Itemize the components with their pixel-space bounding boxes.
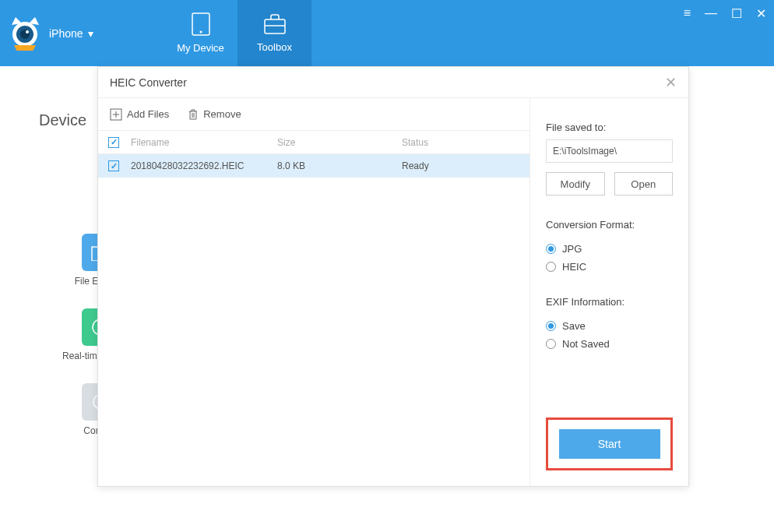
modal-header: HEIC Converter ✕ — [98, 67, 688, 98]
chevron-down-icon: ▾ — [88, 27, 93, 40]
tab-label: My Device — [177, 42, 224, 54]
window-controls: ≡ — ☐ ✕ — [684, 6, 766, 21]
radio-icon — [546, 321, 556, 331]
app-logo-icon — [8, 16, 43, 51]
tablet-icon — [190, 12, 212, 36]
logo-area: iPhone ▾ — [0, 0, 164, 66]
row-checkbox[interactable] — [108, 160, 119, 171]
minimize-icon[interactable]: — — [705, 6, 717, 21]
modal-body: Add Files Remove Filename Size Status 20… — [98, 98, 688, 486]
menu-icon[interactable]: ≡ — [684, 6, 691, 21]
close-icon[interactable]: ✕ — [756, 6, 766, 21]
start-button[interactable]: Start — [559, 429, 660, 459]
remove-button[interactable]: Remove — [188, 108, 241, 121]
device-dropdown[interactable]: iPhone ▾ — [49, 27, 93, 40]
cell-filename: 20180428032232692.HEIC — [129, 160, 277, 171]
file-list-panel: Add Files Remove Filename Size Status 20… — [98, 98, 530, 486]
radio-exif-not-saved[interactable]: Not Saved — [546, 338, 673, 350]
plus-box-icon — [110, 108, 122, 121]
start-highlight-box: Start — [546, 417, 673, 470]
tab-label: Toolbox — [257, 41, 292, 53]
open-button[interactable]: Open — [614, 172, 674, 196]
modal-title: HEIC Converter — [110, 76, 187, 89]
save-path-input[interactable] — [546, 139, 673, 163]
format-radio-group: JPG HEIC — [546, 243, 673, 273]
radio-icon — [546, 244, 556, 254]
select-all-checkbox[interactable] — [108, 137, 119, 148]
settings-panel: File saved to: Modify Open Conversion Fo… — [530, 98, 688, 486]
exif-label: EXIF Information: — [546, 296, 673, 308]
tab-my-device[interactable]: My Device — [164, 0, 237, 66]
nav-tabs: My Device Toolbox — [164, 0, 311, 66]
toolbar: Add Files Remove — [98, 98, 529, 131]
cell-status: Ready — [402, 160, 529, 171]
heic-converter-modal: HEIC Converter ✕ Add Files Remove Filena… — [97, 66, 689, 487]
add-files-label: Add Files — [127, 108, 169, 120]
close-icon[interactable]: ✕ — [665, 74, 677, 91]
maximize-icon[interactable]: ☐ — [731, 6, 742, 21]
device-label: iPhone — [49, 27, 83, 40]
radio-icon — [546, 262, 556, 272]
table-row[interactable]: 20180428032232692.HEIC 8.0 KB Ready — [98, 154, 529, 178]
add-files-button[interactable]: Add Files — [110, 108, 169, 121]
path-buttons: Modify Open — [546, 172, 673, 196]
col-filename: Filename — [129, 137, 277, 148]
modify-button[interactable]: Modify — [546, 172, 605, 196]
radio-icon — [546, 339, 556, 349]
radio-label: JPG — [562, 243, 582, 255]
col-status: Status — [402, 137, 529, 148]
radio-label: Not Saved — [562, 338, 610, 350]
section-title: Device — [39, 111, 86, 129]
radio-exif-save[interactable]: Save — [546, 320, 673, 332]
trash-icon — [188, 108, 199, 121]
toolbox-icon — [263, 13, 287, 35]
top-bar: iPhone ▾ My Device Toolbox ≡ — ☐ ✕ — [0, 0, 774, 66]
radio-jpg[interactable]: JPG — [546, 243, 673, 255]
svg-rect-6 — [265, 19, 285, 33]
format-label: Conversion Format: — [546, 219, 673, 231]
exif-radio-group: Save Not Saved — [546, 320, 673, 350]
cell-size: 8.0 KB — [277, 160, 402, 171]
remove-label: Remove — [203, 108, 241, 120]
svg-point-3 — [26, 30, 29, 33]
svg-point-5 — [199, 31, 202, 33]
saved-to-label: File saved to: — [546, 122, 673, 133]
radio-heic[interactable]: HEIC — [546, 261, 673, 273]
radio-label: HEIC — [562, 261, 586, 273]
col-size: Size — [277, 137, 402, 148]
table-header: Filename Size Status — [98, 131, 529, 154]
tab-toolbox[interactable]: Toolbox — [237, 0, 311, 66]
radio-label: Save — [562, 320, 586, 332]
